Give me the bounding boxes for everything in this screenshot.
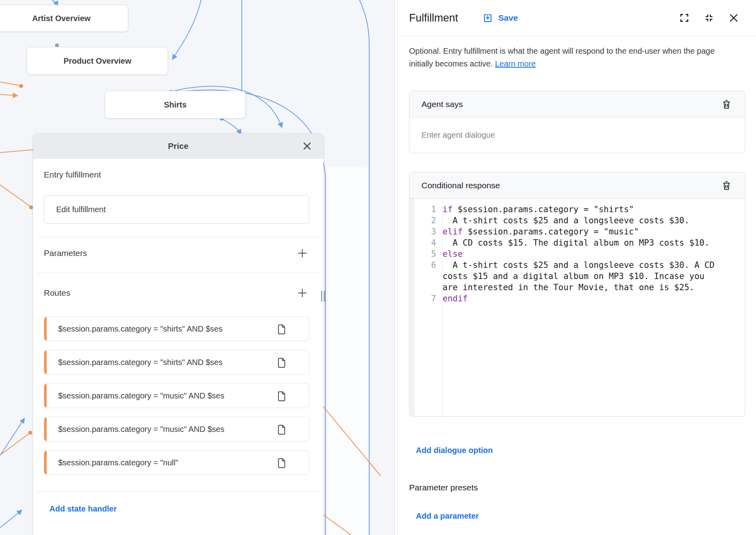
code-lines: 1if $session.params.category = "shirts"2… (409, 204, 745, 304)
node-label: Artist Overview (32, 14, 91, 23)
agent-says-title: Agent says (421, 100, 463, 109)
line-number: 3 (409, 226, 443, 237)
flow-canvas[interactable]: Artist Overview Product Overview Shirts … (0, 0, 394, 535)
description-text: Optional. Entry fulfillment is what the … (409, 47, 715, 68)
dialogflow-builder: Artist Overview Product Overview Shirts … (0, 0, 756, 535)
code-text: if $session.params.category = "shirts" (443, 204, 721, 215)
node-artist-overview[interactable]: Artist Overview (0, 5, 128, 32)
route-page-icon[interactable] (277, 424, 286, 435)
route-condition-item[interactable]: $session.params.category = "shirts" AND … (44, 316, 309, 341)
delete-agent-says-icon[interactable] (720, 98, 733, 111)
route-condition-item[interactable]: $session.params.category = "null" (44, 450, 309, 475)
code-line: 7endif (409, 293, 745, 304)
close-icon[interactable] (301, 140, 313, 152)
route-condition-text: $session.params.category = "music" AND $… (58, 425, 268, 434)
route-page-icon[interactable] (277, 357, 286, 368)
save-label: Save (498, 13, 518, 23)
routes-heading: Routes (44, 288, 71, 298)
conditional-response-title: Conditional response (421, 181, 500, 190)
code-text: elif $session.params.category = "music" (443, 226, 721, 237)
price-panel-header: Price (33, 133, 323, 159)
route-accent-bar (44, 384, 47, 408)
route-accent-bar (44, 317, 47, 341)
node-label: Product Overview (63, 57, 131, 66)
code-text: A t-shirt costs $25 and a longsleeve cos… (443, 215, 721, 226)
code-line: 6 A t-shirt costs $25 and a longsleeve c… (409, 260, 745, 293)
code-line: 3elif $session.params.category = "music" (409, 226, 745, 237)
divider (36, 273, 320, 273)
fullscreen-icon[interactable] (678, 12, 691, 24)
agent-says-header: Agent says (409, 91, 745, 117)
line-number: 4 (409, 237, 443, 248)
parameters-heading: Parameters (44, 248, 87, 258)
code-text: A CD costs $15. The digital album on MP3… (443, 237, 721, 248)
panel-title: Fulfillment (409, 12, 458, 24)
route-accent-bar (44, 451, 47, 474)
route-page-icon[interactable] (277, 458, 286, 469)
entry-fulfillment-heading: Entry fulfillment (44, 159, 309, 180)
line-number: 1 (409, 204, 443, 215)
panel-resize-handle[interactable] (321, 291, 325, 302)
conditional-response-header: Conditional response (409, 172, 745, 199)
add-route-icon[interactable] (296, 286, 309, 300)
price-node-panel: Price Entry fulfillment Edit fulfillment… (33, 133, 323, 535)
agent-says-body (409, 117, 745, 153)
route-accent-bar (44, 417, 47, 441)
delete-conditional-response-icon[interactable] (720, 179, 733, 192)
route-condition-text: $session.params.category = "shirts" AND … (58, 358, 268, 367)
node-product-overview[interactable]: Product Overview (27, 47, 168, 75)
route-accent-bar (44, 350, 47, 374)
code-text: else (443, 248, 721, 260)
code-line: 5else (409, 248, 745, 260)
divider (36, 491, 320, 492)
learn-more-link[interactable]: Learn more (495, 59, 536, 68)
save-icon (483, 13, 493, 23)
canvas-panel-splitter[interactable] (394, 0, 398, 535)
code-line: 4 A CD costs $15. The digital album on M… (409, 237, 745, 248)
code-text: A t-shirt costs $25 and a longsleeve cos… (443, 260, 721, 293)
parameter-presets-heading: Parameter presets (409, 483, 745, 492)
condition-code-editor[interactable]: 1if $session.params.category = "shirts"2… (409, 199, 745, 416)
fulfillment-panel: Fulfillment Save (398, 0, 756, 535)
conditional-response-card: Conditional response 1if $session.params… (409, 172, 745, 417)
node-shirts[interactable]: Shirts (105, 91, 246, 119)
save-button[interactable]: Save (483, 13, 518, 23)
route-condition-text: $session.params.category = "shirts" AND … (58, 324, 268, 334)
line-number: 5 (409, 248, 443, 260)
node-label: Shirts (164, 100, 187, 109)
agent-says-card: Agent says (409, 91, 745, 153)
route-condition-item[interactable]: $session.params.category = "shirts" AND … (44, 350, 309, 375)
agent-dialogue-input[interactable] (421, 131, 733, 140)
line-number: 6 (409, 260, 443, 293)
add-parameter-icon[interactable] (296, 246, 309, 260)
close-panel-icon[interactable] (727, 12, 740, 24)
route-condition-text: $session.params.category = "null" (58, 458, 268, 467)
panel-description: Optional. Entry fulfillment is what the … (409, 45, 716, 70)
line-number: 2 (409, 215, 443, 226)
route-condition-item[interactable]: $session.params.category = "music" AND $… (44, 383, 309, 408)
add-dialogue-option-link[interactable]: Add dialogue option (416, 446, 493, 455)
add-state-handler-link[interactable]: Add state handler (49, 504, 117, 514)
route-page-icon[interactable] (277, 324, 286, 335)
route-condition-text: $session.params.category = "music" AND $… (58, 391, 268, 400)
code-line: 2 A t-shirt costs $25 and a longsleeve c… (409, 215, 745, 226)
routes-list: $session.params.category = "shirts" AND … (44, 316, 309, 475)
add-a-parameter-link[interactable]: Add a parameter (416, 512, 479, 521)
exit-fullscreen-icon[interactable] (703, 12, 715, 24)
price-panel-title: Price (168, 141, 188, 151)
divider (36, 237, 320, 237)
line-number: 7 (409, 293, 443, 304)
code-text: endif (443, 293, 721, 304)
code-line: 1if $session.params.category = "shirts" (409, 204, 745, 215)
route-page-icon[interactable] (277, 391, 286, 402)
route-condition-item[interactable]: $session.params.category = "music" AND $… (44, 417, 309, 441)
edit-fulfillment-button[interactable]: Edit fulfillment (44, 195, 309, 224)
fulfillment-panel-header: Fulfillment Save (398, 0, 756, 36)
